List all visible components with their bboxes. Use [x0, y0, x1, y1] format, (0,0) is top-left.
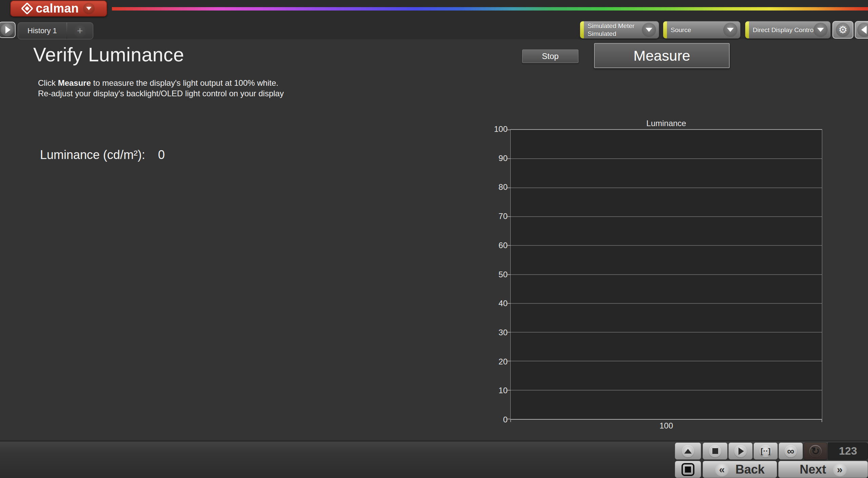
meter-status-strip — [580, 21, 584, 38]
next-button-label: Next — [800, 462, 826, 477]
measure-button[interactable]: Measure — [594, 43, 730, 68]
chart-title: Luminance — [510, 119, 822, 128]
arrow-up-icon — [682, 445, 694, 457]
logo-dropdown-icon[interactable] — [83, 3, 95, 14]
read-interval-icon: [··] — [760, 445, 772, 457]
y-tick-label: 100 — [494, 125, 508, 133]
y-tick-label: 0 — [503, 416, 508, 424]
stop-icon — [709, 445, 721, 457]
display-control-dropdown[interactable]: Direct Display Control — [745, 21, 831, 39]
next-button[interactable]: Next » — [778, 461, 868, 478]
play-icon — [1, 23, 14, 36]
display-control-status-strip — [745, 21, 749, 38]
calman-diamond-icon — [21, 2, 34, 15]
tab-group: History 1 + — [18, 22, 93, 39]
chart-y-axis: 0102030405060708090100 — [470, 129, 508, 420]
plus-icon: + — [73, 24, 87, 38]
tab-scroll-button[interactable] — [0, 22, 16, 38]
settings-button[interactable]: ⚙ — [832, 21, 853, 39]
source-dropdown-label: Source — [671, 26, 691, 34]
meter-dropdown-line2: Simulated — [588, 30, 634, 38]
instruction-line-2: Re-adjust your display's backlight/OLED … — [38, 88, 284, 99]
chevron-left-icon — [857, 23, 868, 37]
instruction-line-1: Click Measure to measure the display's l… — [38, 78, 284, 88]
calman-menu-button[interactable]: calman — [10, 0, 107, 17]
instructions-text: Click Measure to measure the display's l… — [38, 78, 284, 99]
chart-plot — [510, 129, 822, 420]
source-dropdown[interactable]: Source — [663, 21, 741, 39]
gear-icon: ⚙ — [839, 25, 848, 35]
chevron-down-icon[interactable] — [813, 23, 828, 37]
y-tick-label: 40 — [498, 299, 508, 307]
y-tick-label: 50 — [498, 271, 508, 279]
chevrons-right-icon: » — [833, 463, 847, 476]
play-icon — [734, 445, 747, 457]
chart-x-axis: 100 — [510, 421, 822, 431]
measure-loop-button[interactable]: ∞ — [778, 442, 803, 460]
y-tick-label: 10 — [498, 386, 508, 395]
measure-series-button[interactable]: [··] — [753, 442, 778, 460]
collapse-panel-button[interactable] — [855, 21, 868, 39]
infinity-icon: ∞ — [785, 445, 797, 457]
measurement-counter: 123 — [828, 442, 868, 460]
luminance-readout-value: 0 — [158, 148, 165, 162]
y-tick-label: 60 — [498, 241, 508, 250]
calman-app-window: calman History 1 + Simulated Meter Simul… — [0, 0, 868, 478]
meter-dropdown[interactable]: Simulated Meter Simulated — [580, 21, 659, 39]
refresh-icon: ↻ — [809, 445, 822, 457]
page-title: Verify Luminance — [33, 43, 184, 66]
pattern-panel-up-button[interactable] — [675, 442, 701, 460]
calman-logo-text: calman — [36, 1, 79, 16]
back-button[interactable]: « Back — [703, 461, 777, 478]
measure-stop-button[interactable] — [703, 442, 728, 460]
pattern-window-icon — [682, 463, 694, 476]
meter-dropdown-line1: Simulated Meter — [588, 22, 634, 30]
y-tick-label: 20 — [498, 358, 508, 366]
chevrons-left-icon: « — [715, 463, 729, 476]
add-tab-button[interactable]: + — [67, 24, 93, 38]
luminance-readout-label: Luminance (cd/m²): — [40, 148, 145, 162]
chevron-down-icon[interactable] — [723, 23, 737, 37]
source-status-strip — [663, 21, 667, 38]
chevron-down-icon[interactable] — [642, 23, 656, 37]
bottom-toolbar: 100 [··] ∞ ↻ 123 « Back Next — [0, 441, 868, 478]
refresh-button[interactable]: ↻ — [804, 442, 827, 460]
tab-history-1[interactable]: History 1 — [18, 26, 66, 35]
stop-button[interactable]: Stop — [522, 49, 578, 63]
y-tick-label: 30 — [498, 328, 508, 337]
top-header: calman History 1 + Simulated Meter Simul… — [0, 0, 868, 39]
y-tick-label: 80 — [498, 183, 508, 191]
back-button-label: Back — [735, 462, 765, 477]
chart-x-tick-label: 100 — [659, 421, 673, 430]
y-tick-label: 70 — [498, 212, 508, 220]
display-control-label: Direct Display Control — [753, 26, 815, 34]
measure-continuous-button[interactable] — [728, 442, 753, 460]
y-tick-label: 90 — [498, 154, 508, 162]
pattern-window-button[interactable] — [675, 461, 701, 478]
rainbow-gradient-bar — [112, 7, 868, 11]
luminance-readout: Luminance (cd/m²): 0 — [40, 148, 165, 162]
